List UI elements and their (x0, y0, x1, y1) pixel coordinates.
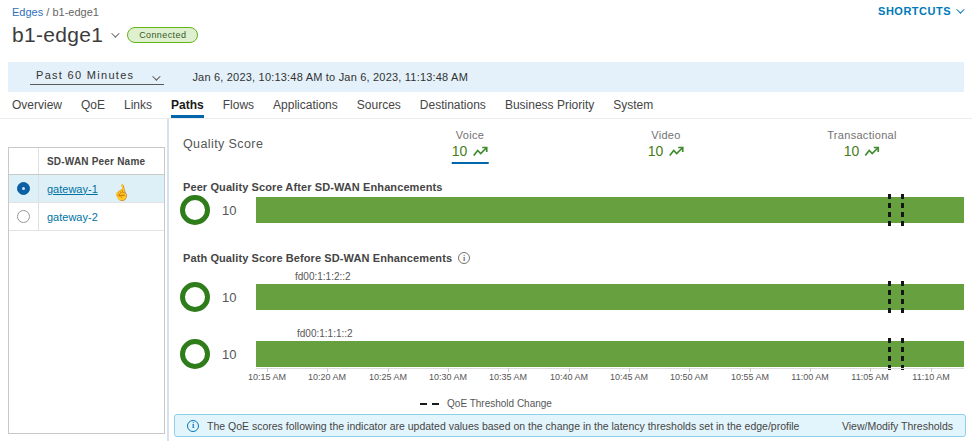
before-section-title-text: Path Quality Score Before SD-WAN Enhance… (183, 252, 452, 264)
score-voice-label: Voice (452, 129, 489, 141)
score-voice-value: 10 (452, 143, 468, 159)
tab-bar: Overview QoE Links Paths Flows Applicati… (0, 98, 972, 119)
peer-name-column-header: SD-WAN Peer Name (39, 156, 145, 167)
tab-destinations[interactable]: Destinations (420, 98, 486, 118)
score-transactional-label: Transactional (827, 129, 897, 141)
time-range-text: Jan 6, 2023, 10:13:48 AM to Jan 6, 2023,… (192, 71, 468, 83)
score-transactional-value: 10 (844, 143, 860, 159)
breadcrumb: Edges / b1-edge1 (12, 6, 99, 18)
peer-link-gateway-2[interactable]: gateway-2 (39, 211, 98, 223)
x-axis-tick: 10:35 AM (489, 372, 527, 382)
qoe-threshold-marker (888, 281, 891, 314)
tab-flows[interactable]: Flows (223, 98, 254, 118)
status-badge: Connected (127, 27, 198, 43)
legend-label: QoE Threshold Change (447, 398, 552, 409)
score-video[interactable]: Video 10 (648, 129, 685, 162)
trend-up-icon (472, 146, 488, 157)
radio-selected-icon[interactable] (17, 182, 30, 195)
x-axis-tick: 10:45 AM (610, 372, 648, 382)
path-2-score-bar (256, 341, 964, 367)
radio-unselected-icon[interactable] (17, 210, 30, 223)
radio-cell (9, 203, 39, 230)
path-1-score-value: 10 (222, 290, 236, 305)
after-section-title-text: Peer Quality Score After SD-WAN Enhancem… (183, 181, 443, 193)
x-axis-tick: 10:50 AM (670, 372, 708, 382)
qoe-threshold-marker (901, 281, 904, 314)
shortcuts-label: SHORTCUTS (878, 5, 951, 17)
edge-monitor-page: Edges / b1-edge1 SHORTCUTS b1-edge1 Conn… (0, 0, 972, 441)
breadcrumb-edges-link[interactable]: Edges (12, 6, 43, 18)
time-range-bar: Past 60 Minutes Jan 6, 2023, 10:13:48 AM… (8, 62, 964, 92)
score-transactional[interactable]: Transactional 10 (827, 129, 897, 162)
qoe-threshold-marker (901, 338, 904, 371)
after-score-value: 10 (222, 203, 236, 218)
page-title: b1-edge1 (12, 23, 103, 47)
tab-sources[interactable]: Sources (357, 98, 401, 118)
x-axis-tick: 10:55 AM (731, 372, 769, 382)
x-axis-tick: 11:05 AM (851, 372, 888, 382)
title-chevron-down-icon[interactable] (111, 29, 119, 37)
score-ring (180, 282, 210, 312)
peer-row-gateway-2[interactable]: gateway-2 (9, 203, 164, 231)
path-2-score-value: 10 (222, 347, 236, 362)
score-voice[interactable]: Voice 10 (452, 129, 489, 164)
x-axis-tick: 10:40 AM (550, 372, 588, 382)
content-divider (167, 119, 169, 441)
radio-cell (9, 175, 39, 202)
tab-overview[interactable]: Overview (12, 98, 62, 118)
trend-up-icon (864, 146, 880, 157)
path-name-1: fd00:1:1:2::2 (295, 271, 351, 282)
before-section-title: Path Quality Score Before SD-WAN Enhance… (183, 252, 470, 264)
radio-column-spacer (9, 148, 39, 174)
x-axis-tick: 10:20 AM (308, 372, 346, 382)
x-axis-tick: 10:15 AM (248, 372, 286, 382)
chart-legend: QoE Threshold Change (0, 398, 972, 409)
tab-business-priority[interactable]: Business Priority (505, 98, 594, 118)
qoe-threshold-marker (901, 194, 904, 227)
qoe-info-bar: i The QoE scores following the indicator… (174, 414, 966, 437)
threshold-dash-icon (432, 403, 439, 405)
peer-table-header: SD-WAN Peer Name (9, 148, 164, 175)
after-score-bar (256, 197, 964, 223)
x-axis-tick: 10:25 AM (369, 372, 407, 382)
tab-applications[interactable]: Applications (273, 98, 338, 118)
quality-score-label: Quality Score (183, 137, 263, 151)
peer-row-gateway-1[interactable]: gateway-1 (9, 175, 164, 203)
breadcrumb-separator: / (46, 6, 49, 18)
x-axis-line (256, 368, 964, 369)
tab-qoe[interactable]: QoE (81, 98, 105, 118)
score-ring (180, 339, 210, 369)
threshold-dash-icon (420, 403, 427, 405)
score-ring (180, 195, 210, 225)
chevron-down-icon (956, 5, 964, 13)
x-axis-tick: 11:10 AM (912, 372, 949, 382)
score-video-value: 10 (648, 143, 664, 159)
qoe-threshold-marker (888, 194, 891, 227)
trend-up-icon (668, 146, 684, 157)
chevron-down-icon (153, 72, 161, 80)
info-icon: i (187, 420, 199, 432)
shortcuts-menu[interactable]: SHORTCUTS (878, 5, 962, 17)
x-axis-tick: 10:30 AM (429, 372, 467, 382)
path-name-2: fd00:1:1:1::2 (297, 328, 353, 339)
info-icon[interactable]: i (458, 252, 470, 264)
peer-table: SD-WAN Peer Name gateway-1 gateway-2 (8, 147, 165, 434)
tab-system[interactable]: System (613, 98, 653, 118)
after-section-title: Peer Quality Score After SD-WAN Enhancem… (183, 181, 443, 193)
tab-paths[interactable]: Paths (171, 98, 204, 118)
breadcrumb-current: b1-edge1 (52, 6, 99, 18)
title-row: b1-edge1 Connected (12, 23, 198, 47)
info-message: The QoE scores following the indicator a… (207, 420, 834, 432)
path-1-score-bar (256, 284, 964, 310)
peer-link-gateway-1[interactable]: gateway-1 (39, 183, 98, 195)
time-range-selector[interactable]: Past 60 Minutes (30, 69, 164, 85)
time-range-value: Past 60 Minutes (36, 69, 134, 81)
view-modify-thresholds-link[interactable]: View/Modify Thresholds (842, 420, 953, 432)
tab-links[interactable]: Links (124, 98, 152, 118)
x-axis-tick: 11:00 AM (791, 372, 828, 382)
score-video-label: Video (648, 129, 685, 141)
qoe-threshold-marker (888, 338, 891, 371)
